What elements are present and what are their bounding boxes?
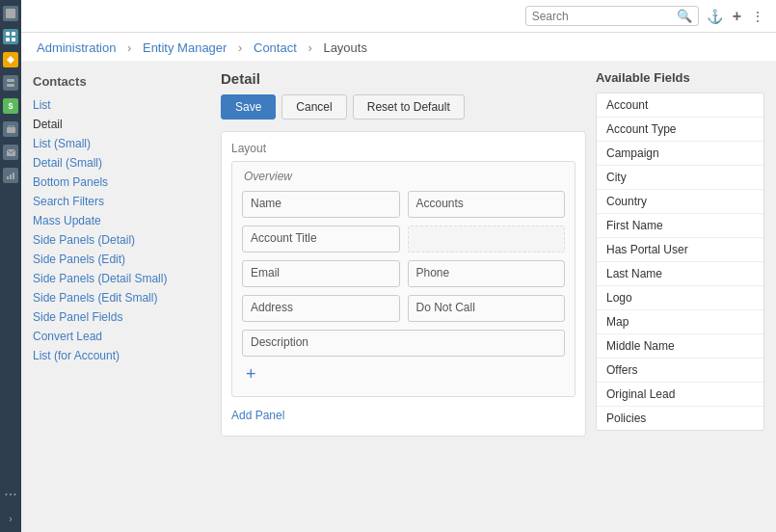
save-button[interactable]: Save bbox=[221, 94, 276, 120]
field-city[interactable]: City bbox=[597, 166, 763, 190]
sidebar-link-detail[interactable]: Detail bbox=[33, 116, 211, 133]
top-icons: ⚓ + ⋮ bbox=[707, 8, 764, 25]
cell-email[interactable]: Email bbox=[242, 260, 400, 287]
nav-dollar-icon[interactable]: $ bbox=[3, 98, 18, 114]
sidebar-link-list-for-account[interactable]: List (for Account) bbox=[33, 347, 211, 364]
sidebar-link-side-panel-fields[interactable]: Side Panel Fields bbox=[33, 308, 211, 326]
sidebar-link-list-small[interactable]: List (Small) bbox=[33, 135, 211, 152]
panel-title: Detail bbox=[221, 70, 586, 87]
center-panel: Detail Save Cancel Reset to Default Layo… bbox=[221, 70, 586, 522]
sidebar-link-side-panels-edit[interactable]: Side Panels (Edit) bbox=[33, 251, 211, 268]
breadcrumb-current: Layouts bbox=[323, 40, 367, 55]
svg-rect-2 bbox=[7, 79, 14, 82]
sidebar-link-mass-update[interactable]: Mass Update bbox=[33, 212, 211, 229]
cell-account-title[interactable]: Account Title bbox=[242, 226, 400, 253]
layout-row-3: Email Phone bbox=[242, 260, 565, 287]
layout-row-5: Description bbox=[242, 330, 565, 357]
breadcrumb-entity-manager[interactable]: Entity Manager bbox=[143, 40, 227, 55]
sidebar-link-search-filters[interactable]: Search Filters bbox=[33, 193, 211, 210]
breadcrumb-bar: Administration › Entity Manager › Contac… bbox=[21, 33, 776, 61]
nav-chart-icon[interactable] bbox=[3, 168, 18, 183]
sidebar-link-detail-small[interactable]: Detail (Small) bbox=[33, 154, 211, 172]
cell-empty-2[interactable] bbox=[408, 226, 566, 253]
cell-address[interactable]: Address bbox=[242, 295, 400, 322]
nav-collapse-icon[interactable]: › bbox=[9, 514, 12, 526]
cell-accounts[interactable]: Accounts bbox=[408, 191, 566, 218]
field-country[interactable]: Country bbox=[597, 190, 763, 214]
nav-home-icon[interactable] bbox=[3, 6, 18, 21]
field-last-name[interactable]: Last Name bbox=[597, 262, 763, 286]
cell-phone[interactable]: Phone bbox=[408, 260, 566, 287]
nav-grid-icon[interactable] bbox=[3, 29, 18, 44]
available-fields-panel: Available Fields Account Account Type Ca… bbox=[596, 70, 764, 522]
cell-name[interactable]: Name bbox=[242, 191, 400, 218]
field-account-type[interactable]: Account Type bbox=[597, 118, 763, 142]
layout-row-4: Address Do Not Call bbox=[242, 295, 565, 322]
nav-more-icon[interactable]: ··· bbox=[4, 487, 16, 502]
sidebar-link-side-panels-edit-small[interactable]: Side Panels (Edit Small) bbox=[33, 289, 211, 306]
reset-button[interactable]: Reset to Default bbox=[353, 94, 465, 120]
main-content: 🔍 ⚓ + ⋮ Administration › Entity Manager … bbox=[21, 0, 776, 532]
breadcrumb-sep-3: › bbox=[308, 40, 311, 55]
svg-rect-3 bbox=[7, 84, 14, 87]
breadcrumb-sep-1: › bbox=[127, 40, 131, 55]
layout-row-1: Name Accounts bbox=[242, 191, 565, 218]
field-middle-name[interactable]: Middle Name bbox=[597, 334, 763, 359]
layout-label: Layout bbox=[231, 142, 575, 155]
svg-rect-8 bbox=[10, 174, 12, 179]
svg-rect-0 bbox=[6, 9, 15, 18]
breadcrumb: Administration › Entity Manager › Contac… bbox=[33, 40, 764, 61]
svg-rect-9 bbox=[13, 173, 14, 179]
sidebar-link-bottom-panels[interactable]: Bottom Panels bbox=[33, 173, 211, 191]
overview-title: Overview bbox=[242, 170, 565, 183]
field-first-name[interactable]: First Name bbox=[597, 214, 763, 238]
add-row-button[interactable]: + bbox=[242, 364, 260, 385]
search-icon[interactable]: 🔍 bbox=[677, 9, 692, 23]
layout-box: Layout Overview Name Accounts Account Ti… bbox=[221, 131, 586, 437]
nav-bar: $ ··· › bbox=[0, 0, 21, 532]
sidebar-link-side-panels-detail[interactable]: Side Panels (Detail) bbox=[33, 231, 211, 249]
sidebar-link-side-panels-detail-small[interactable]: Side Panels (Detail Small) bbox=[33, 270, 211, 287]
breadcrumb-admin[interactable]: Administration bbox=[37, 40, 116, 55]
plus-icon[interactable]: + bbox=[733, 8, 741, 25]
nav-briefcase-icon[interactable] bbox=[3, 121, 18, 137]
breadcrumb-sep-2: › bbox=[238, 40, 242, 55]
layout-row-2: Account Title bbox=[242, 226, 565, 253]
more-options-icon[interactable]: ⋮ bbox=[751, 9, 764, 24]
sidebar-title: Contacts bbox=[33, 70, 211, 96]
top-bar: 🔍 ⚓ + ⋮ bbox=[21, 0, 776, 33]
field-has-portal-user[interactable]: Has Portal User bbox=[597, 238, 763, 262]
field-policies[interactable]: Policies bbox=[597, 407, 763, 430]
add-panel-link[interactable]: Add Panel bbox=[231, 405, 284, 426]
add-btn-row: + bbox=[242, 364, 565, 385]
cancel-button[interactable]: Cancel bbox=[281, 94, 346, 120]
sidebar-link-convert-lead[interactable]: Convert Lead bbox=[33, 328, 211, 345]
available-fields-title: Available Fields bbox=[596, 70, 764, 85]
nav-entity-icon[interactable] bbox=[3, 75, 18, 91]
cell-do-not-call[interactable]: Do Not Call bbox=[408, 295, 566, 322]
field-original-lead[interactable]: Original Lead bbox=[597, 383, 763, 407]
svg-rect-7 bbox=[7, 176, 9, 179]
field-account[interactable]: Account bbox=[597, 93, 763, 118]
field-campaign[interactable]: Campaign bbox=[597, 142, 763, 166]
sidebar-link-list[interactable]: List bbox=[33, 96, 211, 114]
field-map[interactable]: Map bbox=[597, 310, 763, 334]
field-logo[interactable]: Logo bbox=[597, 286, 763, 310]
field-offers[interactable]: Offers bbox=[597, 359, 763, 383]
fields-list: Account Account Type Campaign City Count… bbox=[596, 93, 764, 431]
toolbar: Save Cancel Reset to Default bbox=[221, 94, 586, 120]
sidebar: Contacts List Detail List (Small) Detail… bbox=[33, 70, 211, 522]
body-area: Contacts List Detail List (Small) Detail… bbox=[21, 61, 776, 532]
search-input[interactable] bbox=[532, 10, 677, 23]
breadcrumb-contact[interactable]: Contact bbox=[254, 40, 297, 55]
sidebar-links: List Detail List (Small) Detail (Small) … bbox=[33, 96, 211, 364]
svg-rect-5 bbox=[9, 125, 13, 128]
cell-description[interactable]: Description bbox=[242, 330, 565, 357]
search-box[interactable]: 🔍 bbox=[525, 6, 699, 26]
nav-tag-icon[interactable] bbox=[3, 52, 18, 67]
nav-mail-icon[interactable] bbox=[3, 145, 18, 160]
svg-marker-1 bbox=[7, 56, 14, 64]
bell-icon[interactable]: ⚓ bbox=[707, 9, 723, 24]
